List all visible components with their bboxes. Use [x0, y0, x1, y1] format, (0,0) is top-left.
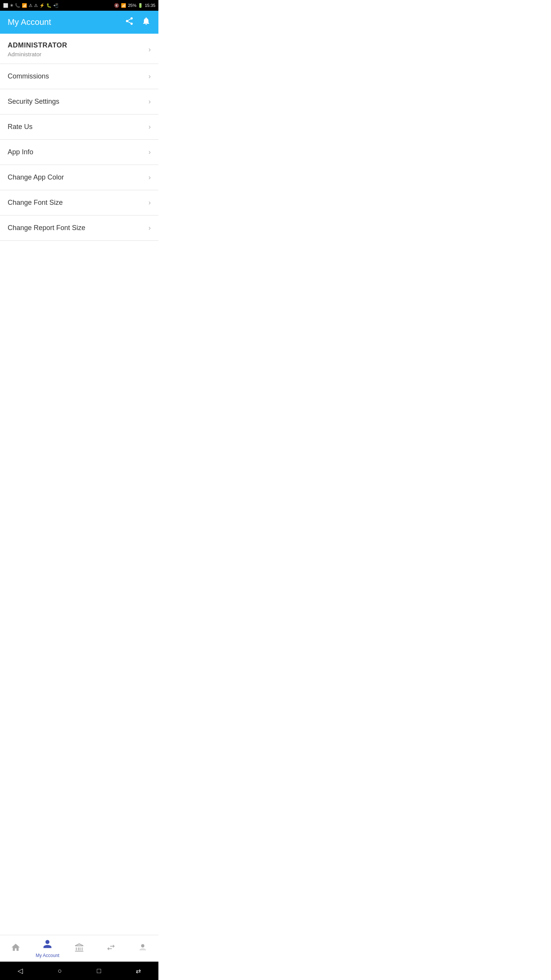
wifi-icon: 📶 [22, 3, 27, 8]
chevron-change-app-color: › [148, 173, 151, 181]
chevron-commissions: › [148, 72, 151, 80]
chevron-app-info: › [148, 148, 151, 156]
phone-icon: 📞 [15, 3, 20, 8]
chevron-security-settings: › [148, 98, 151, 106]
usb-icon: ⚡ [39, 3, 45, 8]
profile-info: ADMINISTRATOR Administrator [8, 41, 67, 57]
menu-item-change-report-font-size[interactable]: Change Report Font Size › [0, 216, 158, 241]
warning-icon-1: ⚠ [29, 3, 33, 8]
profile-section[interactable]: ADMINISTRATOR Administrator › [0, 34, 158, 64]
profile-name: ADMINISTRATOR [8, 41, 67, 49]
menu-item-commissions[interactable]: Commissions › [0, 64, 158, 89]
menu-item-app-info[interactable]: App Info › [0, 140, 158, 165]
status-bar-left: ⬜ ✳ 📞 📶 ⚠ ⚠ ⚡ 🐛 📲 [3, 3, 59, 8]
menu-item-label-change-report-font-size: Change Report Font Size [8, 224, 85, 232]
battery-icon: 🔋 [138, 3, 143, 8]
warning-icon-2: ⚠ [34, 3, 38, 8]
menu-item-label-security-settings: Security Settings [8, 98, 59, 106]
mute-icon: 🔇 [114, 3, 119, 8]
screenshot-icon: ⬜ [3, 3, 8, 8]
profile-chevron: › [148, 46, 151, 54]
chevron-change-font-size: › [148, 199, 151, 207]
clock: 15:35 [145, 3, 155, 8]
sparkle-icon: ✳ [10, 3, 13, 8]
chevron-rate-us: › [148, 123, 151, 131]
menu-item-label-app-info: App Info [8, 148, 33, 156]
chevron-change-report-font-size: › [148, 224, 151, 232]
menu-item-label-change-app-color: Change App Color [8, 173, 64, 181]
bug-icon: 🐛 [46, 3, 52, 8]
menu-item-change-app-color[interactable]: Change App Color › [0, 165, 158, 190]
status-bar-right: 🔇 📶 25% 🔋 15:35 [114, 3, 155, 8]
notification-icon[interactable] [142, 16, 151, 28]
menu-item-change-font-size[interactable]: Change Font Size › [0, 190, 158, 216]
app-bar-title: My Account [8, 17, 51, 27]
profile-role: Administrator [8, 51, 67, 57]
menu-item-label-change-font-size: Change Font Size [8, 199, 63, 207]
menu-item-security-settings[interactable]: Security Settings › [0, 89, 158, 114]
app-bar-actions [125, 16, 151, 28]
battery-percent: 25% [128, 3, 136, 8]
menu-item-label-rate-us: Rate Us [8, 123, 33, 131]
menu-item-rate-us[interactable]: Rate Us › [0, 114, 158, 140]
app-bar: My Account [0, 11, 158, 34]
status-bar: ⬜ ✳ 📞 📶 ⚠ ⚠ ⚡ 🐛 📲 🔇 📶 25% 🔋 15:35 [0, 0, 158, 11]
signal-icon: 📶 [121, 3, 126, 8]
share-icon[interactable] [125, 16, 134, 28]
menu-item-label-commissions: Commissions [8, 72, 49, 80]
voip-icon: 📲 [53, 3, 59, 8]
content: ADMINISTRATOR Administrator › Commission… [0, 34, 158, 241]
